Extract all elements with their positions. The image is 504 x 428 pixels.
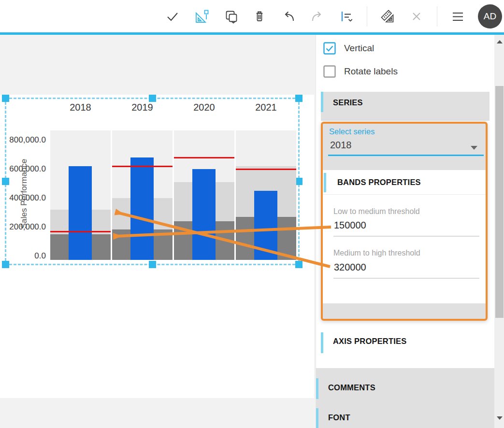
series-dropdown-underline (328, 155, 484, 156)
target-line (174, 157, 234, 158)
toolbar-divider (367, 6, 367, 27)
copy-button[interactable] (221, 6, 240, 27)
align-dropdown-button[interactable] (337, 6, 356, 27)
trash-icon (251, 8, 268, 25)
selection-handle-top-left[interactable] (2, 95, 9, 102)
redo-icon (309, 8, 326, 25)
comments-header[interactable]: COMMENTS (328, 383, 375, 392)
rotate-labels-checkbox[interactable] (323, 65, 336, 78)
delete-button[interactable] (250, 6, 269, 27)
confirm-button[interactable] (163, 6, 182, 27)
vertical-checkbox-row[interactable]: Vertical (323, 42, 374, 55)
y-axis-tick-label: 600,000.0 (0, 164, 46, 174)
target-line (112, 166, 173, 167)
panel-scrollbar[interactable] (494, 35, 504, 428)
rotate-labels-checkbox-label: Rotate labels (344, 66, 398, 77)
menu-button[interactable] (448, 6, 467, 27)
ruler-button[interactable] (378, 6, 397, 27)
scroll-down-arrow[interactable] (497, 416, 503, 420)
medium-to-high-label: Medium to high threshold (333, 249, 420, 257)
panel-lower-section: COMMENTS FONT (316, 368, 504, 428)
font-header[interactable]: FONT (328, 413, 350, 422)
bands-accent-bar (324, 173, 326, 192)
value-bar (130, 157, 154, 260)
vertical-checkbox-label: Vertical (344, 43, 374, 54)
avatar[interactable]: AD (478, 4, 502, 29)
value-bar (254, 191, 277, 260)
x-axis-label: 2021 (236, 102, 296, 113)
selection-handle-middle-right[interactable] (295, 178, 302, 185)
align-left-dropdown-icon (338, 8, 355, 25)
low-to-medium-underline (333, 236, 479, 237)
x-axis-label: 2018 (50, 102, 111, 113)
medium-to-high-input[interactable]: 320000 (334, 262, 366, 273)
selection-handle-top-right[interactable] (295, 95, 302, 102)
properties-panel: Vertical Rotate labels SERIES Select ser… (316, 35, 504, 428)
axis-properties-header[interactable]: AXIS PROPERTIES (333, 337, 406, 346)
select-series-label: Select series (329, 127, 374, 136)
divider (323, 194, 486, 195)
chart-column (50, 130, 111, 260)
select-resize-icon (193, 8, 210, 25)
bands-properties-title: BANDS PROPERTIES (337, 178, 421, 187)
menu-icon (449, 8, 466, 25)
axis-accent-bar (321, 332, 323, 353)
chart-column (236, 130, 296, 260)
rotate-labels-checkbox-row[interactable]: Rotate labels (323, 65, 398, 78)
series-section-title: SERIES (333, 98, 363, 107)
low-to-medium-label: Low to medium threshold (333, 207, 420, 216)
value-bar (192, 169, 216, 260)
x-axis-label: 2019 (112, 102, 173, 113)
selection-handle-bottom-middle[interactable] (149, 261, 156, 268)
scrollbar-thumb[interactable] (495, 86, 504, 318)
check-icon (164, 8, 181, 25)
y-axis-tick-label: 400,000.0 (0, 193, 46, 203)
vertical-checkbox[interactable] (323, 42, 336, 55)
series-section-header[interactable]: SERIES (321, 92, 490, 121)
ruler-icon (379, 8, 396, 25)
bands-highlight-box: Select series 2018 BANDS PROPERTIES Low … (321, 122, 488, 321)
selection-handle-bottom-right[interactable] (295, 261, 302, 268)
series-dropdown[interactable]: 2018 (330, 140, 352, 151)
y-axis-tick-label: 0.0 (0, 251, 46, 261)
bands-properties-card: BANDS PROPERTIES Low to medium threshold… (323, 170, 486, 303)
comments-accent-bar (316, 378, 318, 399)
close-icon (409, 9, 424, 24)
chart-widget[interactable]: Sales Performance 20182019202020210.0200… (0, 95, 314, 398)
toolbar-divider (437, 6, 437, 27)
undo-button[interactable] (279, 6, 298, 27)
chart-column (174, 130, 234, 260)
close-button[interactable] (407, 6, 426, 27)
font-accent-bar (316, 408, 318, 428)
y-axis-tick-label: 800,000.0 (0, 135, 46, 145)
copy-icon (222, 8, 239, 25)
target-line (236, 169, 296, 170)
toolbar: AD (0, 0, 504, 32)
x-axis-label: 2020 (174, 102, 234, 113)
medium-to-high-underline (333, 278, 479, 279)
chevron-down-icon[interactable] (471, 146, 477, 150)
selection-handle-middle-left[interactable] (2, 178, 9, 185)
select-resize-button[interactable] (192, 6, 211, 27)
series-accent-bar (321, 92, 323, 112)
selection-handle-bottom-left[interactable] (2, 261, 9, 268)
value-bar (69, 166, 92, 260)
redo-button[interactable] (308, 6, 327, 27)
target-line (50, 231, 111, 232)
y-axis-tick-label: 200,000.0 (0, 222, 46, 232)
app-window: AD Sales Performance 20182019202020210.0… (0, 0, 504, 428)
selection-handle-top-middle[interactable] (149, 95, 156, 102)
undo-icon (280, 8, 297, 25)
scroll-up-arrow[interactable] (497, 40, 503, 43)
low-to-medium-input[interactable]: 150000 (334, 220, 366, 231)
chart-column (112, 130, 173, 260)
